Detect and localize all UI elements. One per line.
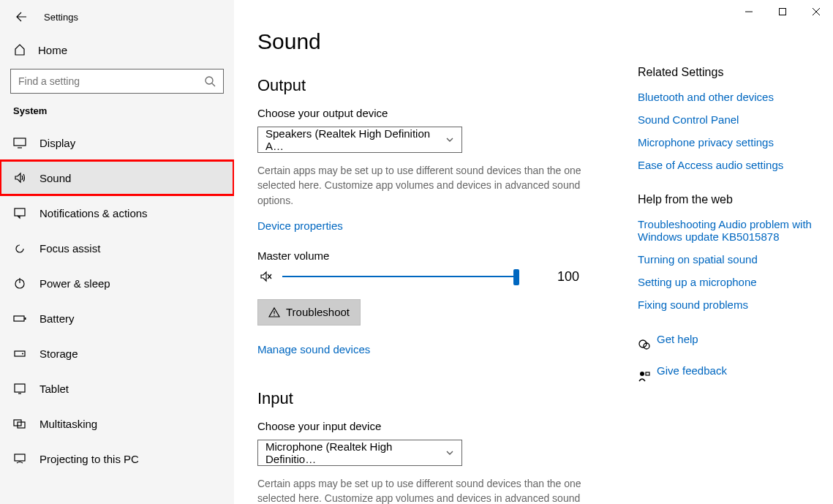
sidebar-item-multitasking[interactable]: Multitasking: [0, 406, 234, 441]
warning-icon: [268, 306, 280, 318]
window-close-button[interactable]: [799, 0, 833, 23]
back-arrow-icon: [15, 11, 27, 23]
give-feedback-link: Give feedback: [657, 364, 727, 377]
sound-icon: [13, 171, 29, 184]
sidebar-item-power-sleep[interactable]: Power & sleep: [0, 266, 234, 301]
tablet-icon: [13, 382, 29, 395]
sidebar-item-label: Storage: [39, 347, 78, 360]
search-icon: [204, 75, 216, 87]
sidebar-item-tablet[interactable]: Tablet: [0, 371, 234, 406]
svg-point-0: [206, 77, 213, 84]
volume-row: 100: [257, 269, 629, 285]
sidebar-item-label: Sound: [39, 172, 71, 184]
help-from-web-heading: Help from the web: [638, 193, 819, 206]
device-properties-link[interactable]: Device properties: [257, 219, 343, 232]
window-maximize-button[interactable]: [766, 0, 799, 23]
sidebar-item-projecting[interactable]: Projecting to this PC: [0, 441, 234, 476]
svg-point-10: [22, 353, 23, 355]
sidebar-item-notifications[interactable]: Notifications & actions: [0, 195, 234, 230]
main-area: Sound Output Choose your output device S…: [234, 0, 833, 504]
related-settings-heading: Related Settings: [638, 66, 819, 79]
related-link-ease-of-access[interactable]: Ease of Access audio settings: [638, 159, 819, 171]
volume-value: 100: [557, 269, 579, 285]
sidebar-item-label: Multitasking: [39, 418, 97, 430]
related-link-mic-privacy[interactable]: Microphone privacy settings: [638, 136, 819, 148]
output-heading: Output: [257, 76, 629, 95]
sidebar-nav: Display Sound Notifications & actions Fo…: [0, 125, 234, 476]
feedback-icon: [638, 369, 657, 383]
close-icon: [812, 7, 821, 16]
sidebar-item-display[interactable]: Display: [0, 125, 234, 160]
sidebar-item-label: Power & sleep: [39, 277, 110, 290]
maximize-icon: [778, 7, 787, 16]
search-input[interactable]: [18, 75, 204, 87]
window-minimize-button[interactable]: [732, 0, 766, 23]
search-box[interactable]: [10, 69, 224, 94]
chevron-down-icon: [445, 135, 454, 144]
svg-rect-2: [14, 138, 26, 146]
help-link-fix-sound[interactable]: Fixing sound problems: [638, 298, 819, 311]
sidebar-item-storage[interactable]: Storage: [0, 336, 234, 371]
master-volume-label: Master volume: [257, 249, 629, 262]
input-help-text: Certain apps may be set up to use differ…: [257, 476, 608, 504]
power-icon: [13, 277, 29, 290]
svg-rect-7: [14, 316, 24, 321]
svg-line-1: [212, 83, 215, 86]
troubleshoot-button[interactable]: Troubleshoot: [257, 299, 361, 326]
sidebar-item-label: Battery: [39, 312, 75, 325]
right-rail: Related Settings Bluetooth and other dev…: [629, 0, 819, 504]
choose-output-label: Choose your output device: [257, 107, 629, 119]
get-help-link: Get help: [657, 333, 698, 345]
help-link-spatial-sound[interactable]: Turning on spatial sound: [638, 253, 819, 266]
sidebar-item-focus-assist[interactable]: Focus assist: [0, 230, 234, 266]
output-device-select[interactable]: Speakers (Realtek High Definition A…: [257, 127, 462, 153]
chevron-down-icon: [445, 448, 454, 457]
multitasking-icon: [13, 417, 29, 430]
window-controls: [732, 0, 833, 23]
back-button[interactable]: [12, 7, 31, 26]
help-link-setup-mic[interactable]: Setting up a microphone: [638, 276, 819, 288]
input-heading: Input: [257, 389, 629, 408]
svg-rect-27: [646, 372, 649, 375]
focus-assist-icon: [13, 241, 29, 255]
sidebar-item-label: Projecting to this PC: [39, 453, 139, 465]
output-help-text: Certain apps may be set up to use differ…: [257, 163, 608, 208]
give-feedback-row[interactable]: Give feedback: [638, 364, 819, 387]
page-title: Sound: [257, 29, 629, 54]
input-device-value: Microphone (Realtek High Definitio…: [265, 440, 445, 465]
home-icon: [13, 43, 29, 56]
sidebar-item-battery[interactable]: Battery: [0, 301, 234, 336]
help-link-troubleshoot-audio[interactable]: Troubleshooting Audio problem with Windo…: [638, 218, 819, 243]
get-help-row[interactable]: Get help: [638, 333, 819, 356]
notifications-icon: [13, 206, 29, 219]
volume-slider-thumb[interactable]: [513, 269, 519, 285]
input-device-select[interactable]: Microphone (Realtek High Definitio…: [257, 440, 462, 466]
choose-input-label: Choose your input device: [257, 420, 629, 432]
sidebar-item-label: Notifications & actions: [39, 207, 148, 219]
sidebar-item-label: Display: [39, 137, 75, 149]
svg-rect-11: [15, 384, 25, 392]
sidebar-item-sound[interactable]: Sound: [0, 160, 234, 195]
speaker-muted-icon: [259, 269, 274, 284]
content-column: Sound Output Choose your output device S…: [234, 0, 629, 504]
window-title: Settings: [44, 12, 78, 23]
related-link-sound-control-panel[interactable]: Sound Control Panel: [638, 113, 819, 126]
sidebar-item-label: Focus assist: [39, 242, 100, 255]
battery-icon: [13, 312, 29, 325]
svg-rect-17: [780, 9, 786, 15]
storage-icon: [13, 347, 29, 360]
minimize-icon: [745, 7, 753, 16]
sidebar-home-label: Home: [38, 44, 67, 56]
related-link-bluetooth[interactable]: Bluetooth and other devices: [638, 91, 819, 103]
sidebar: Settings Home System Display S: [0, 0, 234, 504]
sidebar-item-label: Tablet: [39, 383, 69, 395]
sidebar-section-label: System: [0, 105, 234, 116]
volume-slider[interactable]: [282, 276, 516, 277]
manage-sound-devices-link[interactable]: Manage sound devices: [257, 343, 370, 356]
svg-point-26: [640, 372, 644, 376]
svg-point-23: [274, 315, 274, 315]
sidebar-home[interactable]: Home: [0, 34, 234, 66]
svg-rect-4: [15, 208, 25, 216]
svg-rect-8: [25, 317, 26, 320]
mute-toggle-button[interactable]: [257, 269, 275, 284]
